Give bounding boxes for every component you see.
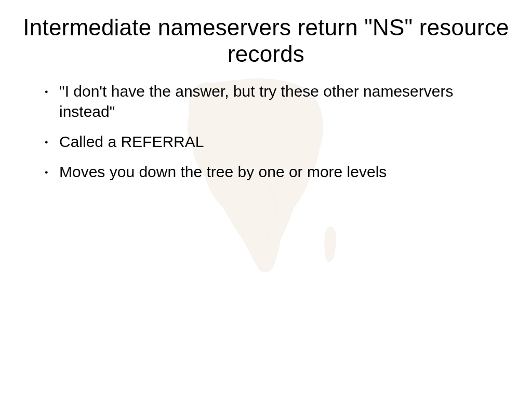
bullet-item: "I don't have the answer, but try these …: [42, 82, 490, 122]
bullet-list: "I don't have the answer, but try these …: [42, 82, 490, 182]
bullet-item: Moves you down the tree by one or more l…: [42, 162, 490, 182]
bullet-item: Called a REFERRAL: [42, 132, 490, 152]
slide-title: Intermediate nameservers return "NS" res…: [0, 0, 532, 67]
slide-body: "I don't have the answer, but try these …: [0, 67, 532, 182]
